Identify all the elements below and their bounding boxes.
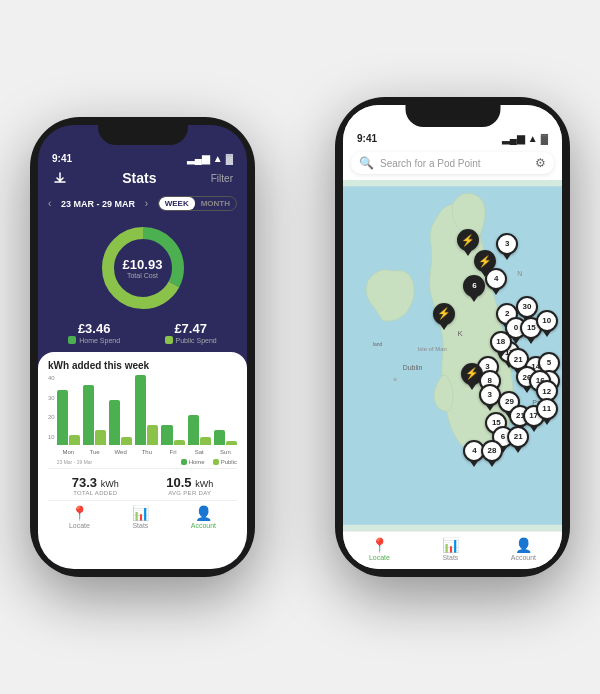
marker-tail — [468, 384, 476, 390]
bar-sun-home — [214, 430, 225, 445]
donut-amount: £10.93 — [123, 257, 163, 272]
map-nav-stats[interactable]: 📊 Stats — [442, 537, 459, 561]
bar-fri — [161, 425, 184, 445]
kwh-avg: 10.5 kWh AVG PER DAY — [166, 475, 213, 496]
legend-home: Home — [181, 459, 205, 465]
marker-bolt-3[interactable]: ⚡ — [433, 303, 455, 330]
marker-bubble: 11 — [536, 398, 558, 420]
label-tue: Tue — [83, 449, 106, 456]
filter-label[interactable]: Filter — [211, 173, 233, 184]
marker-tail — [530, 426, 538, 432]
right-phone: 9:41 ▂▄▆ ▲ ▓ 🔍 Search for a Pod Point ⚙ — [335, 97, 570, 577]
donut-container: £10.93 Total Cost — [38, 215, 247, 317]
account-label: Account — [191, 522, 216, 529]
map-search-bar[interactable]: 🔍 Search for a Pod Point ⚙ — [351, 152, 554, 174]
next-arrow[interactable]: › — [145, 198, 148, 209]
marker-bubble: ⚡ — [433, 303, 455, 325]
chart-title: kWh added this week — [48, 360, 237, 371]
marker-bubble: ⚡ — [457, 229, 479, 251]
nav-account[interactable]: 👤 Account — [191, 505, 216, 529]
map-stats-icon: 📊 — [442, 537, 459, 553]
marker-28[interactable]: 28 — [481, 440, 503, 467]
download-icon[interactable] — [52, 170, 68, 186]
label-sat: Sat — [188, 449, 211, 456]
bar-thu-home — [135, 375, 146, 445]
bar-sat-home — [188, 415, 199, 445]
kwh-avg-value: 10.5 kWh — [166, 475, 213, 490]
bar-mon-home — [57, 390, 68, 445]
label-wed: Wed — [109, 449, 132, 456]
chart-labels: Mon Tue Wed Thu — [57, 447, 237, 456]
bar-chart — [57, 375, 237, 447]
public-dot — [165, 336, 173, 344]
prev-arrow[interactable]: ‹ — [48, 198, 51, 209]
marker-3-3[interactable]: 3 — [479, 384, 501, 411]
donut-label: Total Cost — [123, 272, 163, 279]
label-mon: Mon — [57, 449, 80, 456]
bar-sat — [188, 415, 211, 445]
map-area[interactable]: K Dublin ⊕ N Paris land Isle of Man ⚡ — [343, 180, 562, 531]
nav-stats[interactable]: 📊 Stats — [132, 505, 149, 529]
marker-bubble: 21 — [507, 426, 529, 448]
y-axis: 40 30 20 10 — [48, 375, 55, 455]
home-legend: Home Spend — [68, 336, 120, 344]
week-toggle[interactable]: WEEK — [159, 197, 195, 210]
marker-21-3[interactable]: 21 — [507, 426, 529, 453]
marker-bubble: 3 — [479, 384, 501, 406]
y-40: 40 — [48, 375, 55, 381]
bar-tue-public — [95, 430, 106, 445]
public-label: Public Spend — [176, 337, 217, 344]
map-locate-label: Locate — [369, 554, 390, 561]
bar-mon-public — [69, 435, 80, 445]
marker-bubble: 10 — [536, 310, 558, 332]
marker-11[interactable]: 11 — [536, 398, 558, 425]
kwh-total-value: 73.3 kWh — [72, 475, 119, 490]
y-20: 20 — [48, 414, 55, 420]
right-notch — [405, 105, 500, 127]
bar-tue-home — [83, 385, 94, 445]
legend-public-dot — [213, 459, 219, 465]
marker-tail — [543, 331, 551, 337]
locate-icon: 📍 — [71, 505, 88, 521]
spend-row: £3.46 Home Spend £7.47 Public Spend — [38, 317, 247, 352]
chart-date-sublabel: 23 Mar - 29 Mar — [57, 459, 93, 465]
chart-legend: Home Public — [181, 457, 237, 467]
label-fri: Fri — [161, 449, 184, 456]
map-nav-account[interactable]: 👤 Account — [511, 537, 536, 561]
marker-tail — [488, 461, 496, 467]
marker-tail — [527, 338, 535, 344]
date-range: 23 MAR - 29 MAR — [61, 199, 135, 209]
filter-icon[interactable]: ⚙ — [535, 156, 546, 170]
bar-chart-wrapper: 40 30 20 10 — [48, 375, 237, 468]
right-phone-screen: 9:41 ▂▄▆ ▲ ▓ 🔍 Search for a Pod Point ⚙ — [343, 105, 562, 569]
map-screen: 9:41 ▂▄▆ ▲ ▓ 🔍 Search for a Pod Point ⚙ — [343, 105, 562, 569]
legend-home-dot — [181, 459, 187, 465]
y-30: 30 — [48, 395, 55, 401]
marker-3-1[interactable]: 3 — [496, 233, 518, 260]
marker-4-1[interactable]: 4 — [485, 268, 507, 295]
label-thu: Thu — [135, 449, 158, 456]
bar-wed-public — [121, 437, 132, 445]
marker-18[interactable]: 18 — [490, 331, 512, 358]
home-dot — [68, 336, 76, 344]
legend-public-label: Public — [221, 459, 237, 465]
wifi-icon: ▲ — [213, 153, 223, 164]
nav-locate[interactable]: 📍 Locate — [69, 505, 90, 529]
marker-6[interactable]: 6 — [463, 275, 485, 302]
search-placeholder: Search for a Pod Point — [380, 158, 529, 169]
marker-10[interactable]: 10 — [536, 310, 558, 337]
right-status-icons: ▂▄▆ ▲ ▓ — [502, 133, 548, 144]
marker-tail — [497, 352, 505, 358]
bar-sun — [214, 430, 237, 445]
label-sun: Sun — [214, 449, 237, 456]
kwh-total: 73.3 kWh TOTAL ADDED — [72, 475, 119, 496]
bar-fri-home — [161, 425, 172, 445]
map-locate-icon: 📍 — [371, 537, 388, 553]
map-account-label: Account — [511, 554, 536, 561]
public-legend: Public Spend — [165, 336, 217, 344]
bar-thu — [135, 375, 158, 445]
map-nav-locate[interactable]: 📍 Locate — [369, 537, 390, 561]
month-toggle[interactable]: MONTH — [195, 197, 236, 210]
date-nav: ‹ 23 MAR - 29 MAR › WEEK MONTH — [38, 192, 247, 215]
bar-wed-home — [109, 400, 120, 445]
